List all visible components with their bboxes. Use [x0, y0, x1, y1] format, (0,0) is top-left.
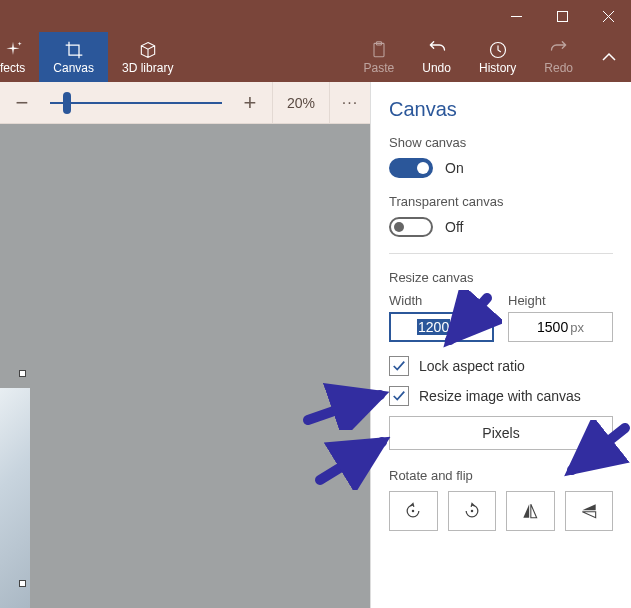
width-input[interactable]: 1200px — [389, 312, 494, 342]
ribbon-effects[interactable]: fects — [0, 32, 39, 82]
minimize-button[interactable] — [493, 0, 539, 32]
svg-point-8 — [471, 510, 474, 513]
flip-vertical-button[interactable] — [565, 491, 614, 531]
zoom-toolbar: − + 20% ··· — [0, 82, 370, 124]
zoom-slider-track — [50, 102, 222, 104]
canvas-viewport[interactable] — [0, 124, 370, 608]
unit-select-value: Pixels — [482, 425, 519, 441]
check-icon — [392, 389, 406, 403]
resize-image-checkbox[interactable] — [389, 386, 409, 406]
canvas-properties-panel: Canvas Show canvas On Transparent canvas… — [370, 82, 631, 608]
rotate-right-icon — [462, 501, 482, 521]
canvas-workspace: − + 20% ··· — [0, 82, 370, 608]
ribbon-effects-label: fects — [0, 62, 25, 74]
ribbon-canvas-label: Canvas — [53, 62, 94, 74]
flip-vertical-icon — [579, 501, 599, 521]
ribbon-history-label: History — [479, 62, 516, 74]
resize-canvas-label: Resize canvas — [389, 270, 613, 285]
rotate-flip-label: Rotate and flip — [389, 468, 613, 483]
panel-divider — [389, 253, 613, 254]
check-icon — [392, 359, 406, 373]
resize-handle[interactable] — [19, 580, 26, 587]
history-icon — [488, 40, 508, 60]
maximize-button[interactable] — [539, 0, 585, 32]
width-value: 1200 — [417, 319, 450, 335]
redo-icon — [549, 40, 569, 60]
ribbon-toolbar: fects Canvas 3D library Paste Undo Histo… — [0, 32, 631, 82]
height-label: Height — [508, 293, 613, 308]
zoom-percent[interactable]: 20% — [272, 82, 330, 123]
resize-image-label: Resize image with canvas — [419, 388, 581, 404]
lock-aspect-label: Lock aspect ratio — [419, 358, 525, 374]
zoom-out-button[interactable]: − — [0, 90, 44, 116]
zoom-more-button[interactable]: ··· — [330, 82, 370, 123]
ribbon-3d-library-label: 3D library — [122, 62, 173, 74]
width-label: Width — [389, 293, 494, 308]
height-value: 1500 — [537, 319, 568, 335]
undo-icon — [427, 40, 447, 60]
show-canvas-toggle[interactable] — [389, 158, 433, 178]
panel-title: Canvas — [389, 98, 613, 121]
rotate-right-button[interactable] — [448, 491, 497, 531]
svg-rect-1 — [557, 11, 567, 21]
rotate-left-icon — [403, 501, 423, 521]
transparent-canvas-state: Off — [445, 219, 463, 235]
sparkle-icon — [3, 40, 23, 60]
rotate-left-button[interactable] — [389, 491, 438, 531]
ribbon-history[interactable]: History — [465, 32, 530, 82]
ribbon-undo-label: Undo — [422, 62, 451, 74]
crop-icon — [64, 40, 84, 60]
show-canvas-state: On — [445, 160, 464, 176]
transparent-canvas-label: Transparent canvas — [389, 194, 613, 209]
height-input[interactable]: 1500px — [508, 312, 613, 342]
ribbon-spacer — [187, 32, 349, 82]
svg-point-7 — [412, 510, 415, 513]
zoom-slider-thumb[interactable] — [63, 92, 71, 114]
close-button[interactable] — [585, 0, 631, 32]
height-unit: px — [570, 320, 584, 335]
chevron-down-icon — [586, 425, 600, 442]
resize-handle[interactable] — [19, 370, 26, 377]
ribbon-paste: Paste — [350, 32, 409, 82]
zoom-slider[interactable] — [44, 102, 228, 104]
ribbon-undo[interactable]: Undo — [408, 32, 465, 82]
unit-select[interactable]: Pixels — [389, 416, 613, 450]
window-titlebar — [0, 0, 631, 32]
ribbon-redo-label: Redo — [544, 62, 573, 74]
ribbon-canvas[interactable]: Canvas — [39, 32, 108, 82]
zoom-in-button[interactable]: + — [228, 90, 272, 116]
flip-horizontal-icon — [520, 501, 540, 521]
lock-aspect-checkbox[interactable] — [389, 356, 409, 376]
cube-icon — [138, 40, 158, 60]
ribbon-redo: Redo — [530, 32, 587, 82]
ribbon-collapse-button[interactable] — [587, 32, 631, 82]
chevron-up-icon — [601, 49, 617, 65]
transparent-canvas-toggle[interactable] — [389, 217, 433, 237]
show-canvas-label: Show canvas — [389, 135, 613, 150]
flip-horizontal-button[interactable] — [506, 491, 555, 531]
ribbon-3d-library[interactable]: 3D library — [108, 32, 187, 82]
clipboard-icon — [369, 40, 389, 60]
ribbon-paste-label: Paste — [364, 62, 395, 74]
main-area: − + 20% ··· Canvas Show canvas On Transp… — [0, 82, 631, 608]
width-unit: px — [452, 320, 466, 335]
canvas-content — [0, 388, 30, 608]
